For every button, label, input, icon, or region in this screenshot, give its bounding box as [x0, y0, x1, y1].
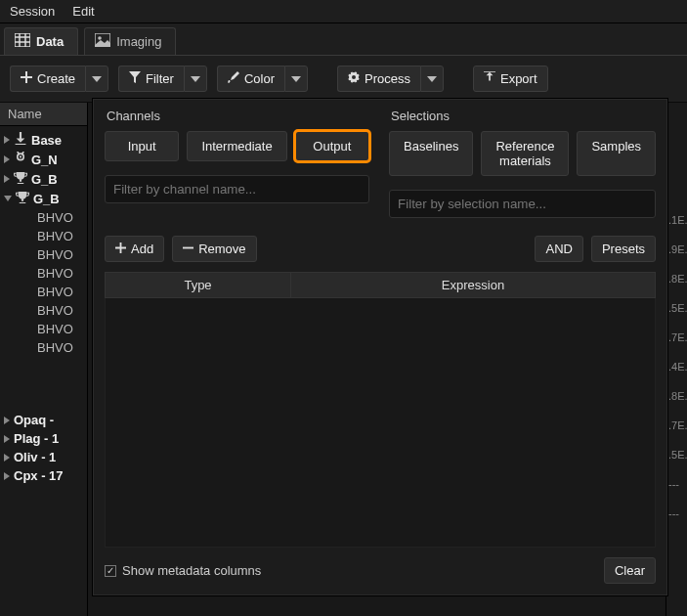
color-dropdown[interactable]: [284, 66, 308, 92]
channel-filter-input[interactable]: [105, 175, 369, 203]
tree-item[interactable]: G_B: [2, 189, 87, 208]
tree-item[interactable]: G_N: [2, 150, 87, 169]
menu-session[interactable]: Session: [10, 4, 55, 19]
channels-tab-intermediate[interactable]: Intermediate: [187, 131, 286, 161]
tab-data[interactable]: Data: [4, 27, 78, 55]
selections-title: Selections: [389, 109, 656, 123]
filter-dropdown[interactable]: [184, 66, 207, 92]
tree-item-label: BHVO: [4, 247, 73, 262]
tab-data-label: Data: [36, 34, 64, 49]
filter-grid-body[interactable]: [105, 298, 656, 548]
channels-tab-input[interactable]: Input: [105, 131, 179, 161]
tab-imaging[interactable]: Imaging: [84, 27, 176, 55]
data-cell-edge: .7E.: [666, 331, 687, 349]
color-label: Color: [244, 71, 275, 86]
tree-item[interactable]: Oliv - 1: [2, 448, 87, 466]
tree-item-label: Base: [31, 133, 62, 148]
data-cell-edge: .5E.: [666, 449, 687, 466]
tree-item-label: Cpx - 17: [14, 468, 64, 483]
filter-dialog: Channels Input Intermediate Output Selec…: [92, 98, 668, 596]
column-expression[interactable]: Expression: [291, 273, 655, 297]
data-cell-edge: .9E.: [666, 243, 687, 261]
funnel-icon: [129, 71, 141, 86]
tree-item[interactable]: Opaq -: [2, 411, 87, 429]
svg-point-9: [20, 155, 21, 157]
remove-button[interactable]: Remove: [172, 236, 256, 262]
svg-rect-10: [183, 247, 193, 249]
show-metadata-checkbox[interactable]: ✓ Show metadata columns: [105, 563, 261, 578]
presets-button[interactable]: Presets: [591, 236, 656, 262]
create-button[interactable]: Create: [10, 66, 85, 92]
selections-tab-reference-materials[interactable]: Reference materials: [481, 131, 569, 176]
selections-tab-samples[interactable]: Samples: [577, 131, 656, 176]
data-cell-edge: .1E.: [666, 214, 687, 232]
menu-edit[interactable]: Edit: [72, 4, 94, 19]
tree-item-label: BHVO: [4, 322, 73, 336]
toolbar: Create Filter Color Process Export: [0, 56, 687, 103]
disclosure-icon: [4, 155, 10, 163]
channels-tab-output[interactable]: Output: [295, 131, 369, 161]
create-label: Create: [37, 71, 75, 86]
column-type[interactable]: Type: [106, 273, 291, 297]
channels-title: Channels: [105, 109, 369, 123]
medal-icon: [14, 152, 27, 167]
color-button[interactable]: Color: [217, 66, 284, 92]
tree-item[interactable]: Cpx - 17: [2, 466, 87, 485]
selections-tab-baselines[interactable]: Baselines: [389, 131, 473, 176]
plus-icon: [21, 71, 32, 86]
tree-item[interactable]: BHVO: [2, 208, 87, 227]
tree-item-label: BHVO: [4, 285, 73, 299]
check-icon: ✓: [105, 565, 116, 577]
tree-item[interactable]: G_B: [2, 169, 87, 189]
gear-icon: [348, 71, 360, 86]
tree-item-label: BHVO: [4, 229, 73, 243]
data-cell-edge: ---: [666, 507, 687, 525]
tree-item[interactable]: Base: [2, 130, 87, 150]
filter-label: Filter: [146, 71, 174, 86]
disclosure-icon: [4, 175, 10, 183]
tree-item-label: BHVO: [4, 266, 73, 281]
remove-label: Remove: [198, 242, 245, 256]
minus-icon: [183, 242, 193, 256]
selection-filter-input[interactable]: [389, 190, 656, 218]
process-button[interactable]: Process: [337, 66, 420, 92]
tree-item[interactable]: BHVO: [2, 227, 87, 245]
data-cell-edge: .4E.: [666, 361, 687, 378]
tree-item[interactable]: BHVO: [2, 301, 87, 320]
process-dropdown[interactable]: [420, 66, 444, 92]
create-dropdown[interactable]: [85, 66, 108, 92]
tree-item-label: G_B: [33, 192, 60, 206]
data-cell-edge: .8E.: [666, 273, 687, 290]
download-icon: [14, 132, 27, 148]
filter-button[interactable]: Filter: [118, 66, 184, 92]
tree-item[interactable]: Plag - 1: [2, 429, 87, 448]
tree-item[interactable]: BHVO: [2, 338, 87, 357]
disclosure-icon: [4, 472, 10, 480]
disclosure-icon: [4, 136, 10, 144]
clear-button[interactable]: Clear: [604, 557, 656, 584]
data-column-edge: .1E..9E..8E..5E..7E..4E..8E..7E..5E.----…: [666, 103, 687, 616]
tree-item-label: G_B: [31, 172, 58, 187]
tree-item[interactable]: BHVO: [2, 245, 87, 264]
data-cell-edge: .8E.: [666, 390, 687, 408]
data-cell-edge: .5E.: [666, 302, 687, 320]
brush-icon: [228, 71, 239, 86]
tree-item-label: Oliv - 1: [14, 450, 56, 464]
data-cell-edge: ---: [666, 478, 687, 496]
export-button[interactable]: Export: [473, 66, 548, 92]
tree-item[interactable]: BHVO: [2, 264, 87, 283]
filter-grid-header: Type Expression: [105, 272, 656, 298]
svg-point-6: [98, 36, 102, 40]
tree-item-label: BHVO: [4, 303, 73, 318]
plus-icon: [115, 242, 126, 256]
tree-header-name[interactable]: Name: [0, 103, 87, 126]
tree-item[interactable]: BHVO: [2, 320, 87, 338]
disclosure-icon: [4, 196, 12, 201]
add-button[interactable]: Add: [105, 236, 164, 262]
and-button[interactable]: AND: [535, 236, 582, 262]
disclosure-icon: [4, 454, 10, 462]
tree-pane: Name BaseG_NG_BG_BBHVOBHVOBHVOBHVOBHVOBH…: [0, 103, 88, 616]
tree-item[interactable]: BHVO: [2, 283, 87, 301]
svg-rect-7: [16, 144, 26, 145]
trophy-icon: [16, 191, 29, 206]
